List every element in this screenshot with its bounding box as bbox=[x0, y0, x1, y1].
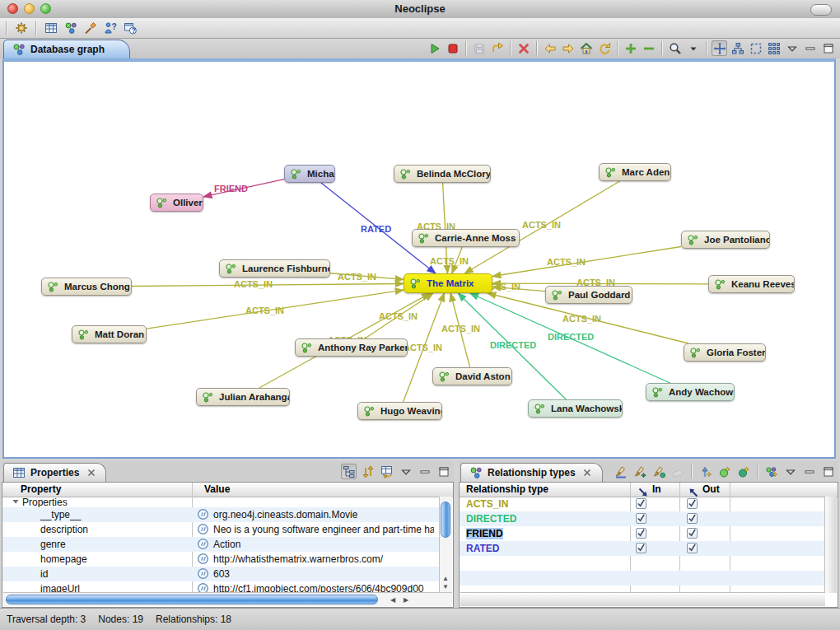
relationship-vertical-scrollbar[interactable] bbox=[824, 497, 837, 593]
refresh-icon[interactable] bbox=[596, 40, 612, 56]
node-add2-icon[interactable] bbox=[735, 464, 751, 479]
minimize-window-button[interactable] bbox=[24, 3, 35, 14]
relationship-row-acts_in[interactable]: ACTS_IN bbox=[460, 497, 825, 511]
column-property[interactable]: Property bbox=[21, 483, 61, 495]
scrollbar-thumb[interactable] bbox=[6, 595, 378, 604]
layout-tree-icon[interactable] bbox=[730, 40, 745, 56]
gear-icon[interactable] bbox=[13, 21, 29, 36]
brush-icon[interactable] bbox=[82, 21, 98, 36]
maximize-icon[interactable] bbox=[820, 464, 836, 479]
graph-node-matt[interactable]: Matt Doran bbox=[72, 325, 147, 343]
home-icon[interactable] bbox=[578, 40, 594, 56]
scroll-down-arrow[interactable]: ▼ bbox=[440, 583, 451, 591]
revert-icon[interactable] bbox=[489, 40, 505, 56]
graph-node-micha[interactable]: Micha bbox=[284, 165, 335, 183]
graph-node-marc-aden[interactable]: Marc Aden bbox=[599, 163, 671, 181]
layout-grid-icon[interactable] bbox=[766, 40, 782, 56]
graph-node-lana[interactable]: Lana Wachowski bbox=[528, 399, 623, 418]
brush-add-icon[interactable] bbox=[632, 464, 647, 479]
graph-node-andy[interactable]: Andy Wachowski bbox=[646, 383, 735, 401]
node-add-icon[interactable] bbox=[716, 464, 732, 479]
graph-node-joe[interactable]: Joe Pantoliano bbox=[681, 231, 770, 249]
property-row-imageUrl[interactable]: imageUrlhttp://cf1.imgobject.com/posters… bbox=[2, 581, 440, 593]
zoom-out-icon[interactable] bbox=[641, 40, 656, 56]
out-checkbox[interactable] bbox=[687, 543, 698, 553]
graph-star-icon[interactable] bbox=[763, 464, 779, 479]
delete-icon[interactable] bbox=[516, 40, 531, 56]
in-checkbox[interactable] bbox=[636, 513, 646, 524]
view-menu-icon[interactable] bbox=[784, 40, 800, 56]
properties-vertical-scrollbar[interactable]: ▲ ▼ bbox=[439, 497, 452, 593]
forward-icon[interactable] bbox=[560, 40, 576, 56]
in-checkbox[interactable] bbox=[636, 498, 646, 509]
graph-node-julian[interactable]: Julian Arahanga bbox=[196, 388, 290, 406]
minimize-icon[interactable] bbox=[417, 464, 432, 479]
dropdown-icon[interactable] bbox=[685, 40, 701, 56]
zoom-in-icon[interactable] bbox=[623, 40, 638, 56]
column-out[interactable]: Out bbox=[702, 483, 720, 495]
in-checkbox[interactable] bbox=[636, 528, 646, 539]
property-row-homepage[interactable]: homepagehttp://whatisthematrix.warnerbro… bbox=[2, 552, 440, 567]
graph-node-gloria[interactable]: Gloria Foster bbox=[684, 343, 766, 362]
magnifier-icon[interactable] bbox=[667, 40, 683, 56]
graph-node-keanu[interactable]: Keanu Reeves bbox=[708, 275, 795, 293]
column-in[interactable]: In bbox=[652, 483, 661, 495]
graph-node-paul[interactable]: Paul Goddard bbox=[545, 286, 632, 304]
close-icon[interactable] bbox=[83, 465, 99, 481]
properties-horizontal-scrollbar[interactable]: ◀ ▶ bbox=[3, 592, 452, 606]
help-window-icon[interactable]: ? bbox=[122, 21, 138, 36]
zoom-window-button[interactable] bbox=[40, 3, 51, 14]
layout-move-icon[interactable] bbox=[712, 40, 727, 56]
graph-node-carrie[interactable]: Carrie-Anne Moss bbox=[412, 229, 520, 247]
relationship-horizontal-scrollbar[interactable] bbox=[460, 592, 825, 606]
tab-database-graph[interactable]: Database graph bbox=[3, 40, 130, 58]
maximize-icon[interactable] bbox=[820, 40, 836, 56]
close-icon[interactable] bbox=[580, 465, 595, 481]
help-person-icon[interactable]: ? bbox=[102, 21, 118, 36]
relationship-row-friend[interactable]: FRIEND bbox=[460, 526, 825, 541]
tab-relationship-types[interactable]: Relationship types bbox=[460, 463, 603, 482]
out-checkbox[interactable] bbox=[687, 498, 698, 509]
property-row-genre[interactable]: genreAction bbox=[2, 537, 440, 552]
graph-node-belinda[interactable]: Belinda McClory bbox=[394, 165, 491, 183]
restore-table-icon[interactable] bbox=[379, 464, 394, 479]
brush-line-icon[interactable] bbox=[613, 464, 628, 479]
graph-canvas[interactable]: ACTS_INACTS_INACTS_INACTS_INACTS_INACTS_… bbox=[2, 58, 836, 459]
view-menu-icon[interactable] bbox=[398, 464, 413, 479]
out-checkbox[interactable] bbox=[687, 513, 698, 524]
property-row-id[interactable]: id603 bbox=[2, 567, 440, 581]
brush-refresh-icon[interactable] bbox=[651, 464, 666, 479]
property-row-__type__[interactable]: __type__org.neo4j.cineasts.domain.Movie bbox=[2, 507, 440, 522]
scrollbar-thumb[interactable] bbox=[441, 502, 450, 538]
property-row-description[interactable]: descriptionNeo is a young software engin… bbox=[2, 522, 440, 537]
scroll-right-arrow[interactable]: ▶ bbox=[400, 596, 412, 604]
minimize-icon[interactable] bbox=[802, 40, 818, 56]
save-icon[interactable] bbox=[471, 40, 487, 56]
graph-nodes-icon[interactable] bbox=[63, 21, 78, 36]
tree-mode-icon[interactable] bbox=[341, 464, 357, 479]
graph-node-david[interactable]: David Aston bbox=[432, 367, 512, 385]
out-checkbox[interactable] bbox=[687, 528, 698, 539]
graph-node-matrix[interactable]: The Matrix bbox=[404, 273, 492, 293]
back-icon[interactable] bbox=[542, 40, 558, 56]
tab-properties[interactable]: Properties bbox=[3, 463, 106, 482]
layout-free-icon[interactable] bbox=[748, 40, 763, 56]
relationship-row-directed[interactable]: DIRECTED bbox=[460, 511, 825, 526]
arrow-up-star-icon[interactable] bbox=[698, 464, 713, 479]
table-icon[interactable] bbox=[43, 21, 58, 36]
close-window-button[interactable] bbox=[7, 3, 18, 14]
view-menu-icon[interactable] bbox=[782, 464, 798, 479]
maximize-icon[interactable] bbox=[436, 464, 451, 479]
run-icon[interactable] bbox=[427, 40, 442, 56]
column-value[interactable]: Value bbox=[204, 483, 230, 495]
graph-node-hugo[interactable]: Hugo Weaving bbox=[357, 402, 442, 420]
toolbar-toggle-button[interactable] bbox=[810, 4, 832, 16]
graph-node-olliver[interactable]: Olliver bbox=[150, 194, 203, 212]
sort-icon[interactable] bbox=[360, 464, 376, 479]
scroll-up-arrow[interactable]: ▲ bbox=[440, 575, 451, 583]
eraser-icon[interactable] bbox=[670, 464, 685, 479]
minimize-icon[interactable] bbox=[801, 464, 817, 479]
column-relationship-type[interactable]: Relationship type bbox=[466, 483, 548, 495]
scroll-left-arrow[interactable]: ◀ bbox=[387, 596, 399, 604]
graph-node-anthony[interactable]: Anthony Ray Parker bbox=[295, 338, 408, 357]
